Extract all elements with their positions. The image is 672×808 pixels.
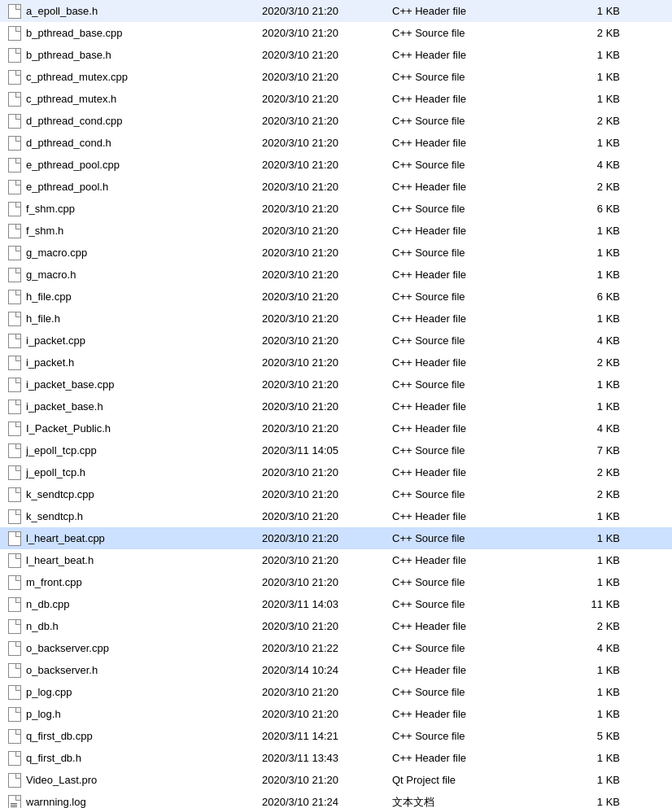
table-row[interactable]: d_pthread_cond.h2020/3/10 21:20C++ Heade…: [0, 132, 672, 154]
file-name: n_db.h: [26, 620, 262, 632]
table-row[interactable]: i_packet.h2020/3/10 21:20C++ Header file…: [0, 352, 672, 373]
file-type: Qt Project file: [392, 774, 555, 786]
file-date: 2020/3/10 21:24: [262, 796, 392, 808]
table-row[interactable]: c_pthread_mutex.cpp2020/3/10 21:20C++ So…: [0, 66, 672, 88]
table-row[interactable]: c_pthread_mutex.h2020/3/10 21:20C++ Head…: [0, 88, 672, 110]
file-list: a_epoll_base.h2020/3/10 21:20C++ Header …: [0, 0, 672, 808]
file-type: C++ Header file: [392, 400, 555, 413]
file-icon: [3, 531, 26, 546]
table-row[interactable]: m_front.cpp2020/3/10 21:20C++ Source fil…: [0, 571, 672, 593]
file-name: m_front.cpp: [26, 576, 262, 588]
table-row[interactable]: h_file.cpp2020/3/10 21:20C++ Source file…: [0, 286, 672, 308]
file-size: 2 KB: [555, 488, 620, 500]
file-size: 7 KB: [555, 444, 620, 456]
file-size: 5 KB: [555, 730, 620, 742]
file-name: warnning.log: [26, 796, 262, 808]
table-row[interactable]: p_log.cpp2020/3/10 21:20C++ Source file1…: [0, 681, 672, 703]
file-date: 2020/3/10 21:20: [262, 510, 392, 522]
table-row[interactable]: h_file.h2020/3/10 21:20C++ Header file1 …: [0, 308, 672, 330]
file-icon: [3, 334, 26, 348]
file-name: o_backserver.cpp: [26, 642, 262, 654]
table-row[interactable]: warnning.log2020/3/10 21:24文本文档1 KB: [0, 791, 672, 808]
file-date: 2020/3/10 21:22: [262, 642, 392, 654]
file-icon: [3, 224, 26, 238]
table-row[interactable]: I_Packet_Public.h2020/3/10 21:20C++ Head…: [0, 417, 672, 439]
file-date: 2020/3/10 21:20: [262, 115, 392, 127]
table-row[interactable]: n_db.cpp2020/3/11 14:03C++ Source file11…: [0, 593, 672, 615]
file-date: 2020/3/10 21:20: [262, 269, 392, 281]
file-type: C++ Header file: [392, 312, 555, 325]
table-row[interactable]: n_db.h2020/3/10 21:20C++ Header file2 KB: [0, 615, 672, 637]
file-type: C++ Source file: [392, 247, 555, 259]
file-date: 2020/3/10 21:20: [262, 159, 392, 171]
table-row[interactable]: q_first_db.cpp2020/3/11 14:21C++ Source …: [0, 725, 672, 747]
file-size: 1 KB: [555, 774, 620, 786]
file-size: 2 KB: [555, 115, 620, 127]
table-row[interactable]: q_first_db.h2020/3/11 13:43C++ Header fi…: [0, 747, 672, 769]
file-icon: [3, 114, 26, 129]
file-icon: [3, 202, 26, 216]
table-row[interactable]: g_macro.cpp2020/3/10 21:20C++ Source fil…: [0, 242, 672, 264]
file-type: C++ Header file: [392, 620, 555, 632]
file-type: C++ Header file: [392, 49, 555, 61]
table-row[interactable]: b_pthread_base.h2020/3/10 21:20C++ Heade…: [0, 44, 672, 66]
file-type: C++ Source file: [392, 598, 555, 610]
table-row[interactable]: b_pthread_base.cpp2020/3/10 21:20C++ Sou…: [0, 22, 672, 44]
file-name: k_sendtcp.cpp: [26, 488, 262, 500]
file-size: 1 KB: [555, 532, 620, 544]
table-row[interactable]: i_packet_base.cpp2020/3/10 21:20C++ Sour…: [0, 373, 672, 395]
file-name: l_heart_beat.cpp: [26, 532, 262, 544]
file-size: 1 KB: [555, 137, 620, 149]
file-name: i_packet.cpp: [26, 334, 262, 347]
file-icon: [3, 509, 26, 524]
table-row[interactable]: p_log.h2020/3/10 21:20C++ Header file1 K…: [0, 703, 672, 725]
file-date: 2020/3/10 21:20: [262, 466, 392, 478]
file-name: c_pthread_mutex.h: [26, 93, 262, 105]
file-size: 1 KB: [555, 247, 620, 259]
table-row[interactable]: g_macro.h2020/3/10 21:20C++ Header file1…: [0, 264, 672, 286]
file-icon: [3, 575, 26, 590]
table-row[interactable]: f_shm.cpp2020/3/10 21:20C++ Source file6…: [0, 198, 672, 220]
file-date: 2020/3/11 14:05: [262, 444, 392, 456]
table-row[interactable]: j_epoll_tcp.h2020/3/10 21:20C++ Header f…: [0, 461, 672, 483]
file-icon: [3, 246, 26, 260]
table-row[interactable]: o_backserver.h2020/3/14 10:24C++ Header …: [0, 659, 672, 681]
file-name: p_log.h: [26, 708, 262, 720]
file-icon: [3, 92, 26, 107]
file-size: 6 KB: [555, 290, 620, 303]
file-date: 2020/3/10 21:20: [262, 488, 392, 500]
table-row[interactable]: o_backserver.cpp2020/3/10 21:22C++ Sourc…: [0, 637, 672, 659]
file-name: h_file.h: [26, 312, 262, 325]
table-row[interactable]: j_epoll_tcp.cpp2020/3/11 14:05C++ Source…: [0, 439, 672, 461]
file-icon: [3, 421, 26, 436]
table-row[interactable]: i_packet_base.h2020/3/10 21:20C++ Header…: [0, 395, 672, 417]
file-icon: [3, 26, 26, 41]
table-row[interactable]: a_epoll_base.h2020/3/10 21:20C++ Header …: [0, 0, 672, 22]
table-row[interactable]: e_pthread_pool.h2020/3/10 21:20C++ Heade…: [0, 176, 672, 198]
file-size: 1 KB: [555, 708, 620, 720]
table-row[interactable]: e_pthread_pool.cpp2020/3/10 21:20C++ Sou…: [0, 154, 672, 176]
table-row[interactable]: l_heart_beat.h2020/3/10 21:20C++ Header …: [0, 549, 672, 571]
table-row[interactable]: d_pthread_cond.cpp2020/3/10 21:20C++ Sou…: [0, 110, 672, 132]
file-date: 2020/3/10 21:20: [262, 290, 392, 303]
file-icon: [3, 4, 26, 19]
file-type: C++ Header file: [392, 356, 555, 369]
file-date: 2020/3/10 21:20: [262, 71, 392, 83]
file-icon: [3, 268, 26, 282]
file-type: C++ Header file: [392, 510, 555, 522]
file-type: C++ Header file: [392, 554, 555, 566]
file-icon: [3, 290, 26, 304]
file-size: 4 KB: [555, 422, 620, 435]
file-date: 2020/3/10 21:20: [262, 5, 392, 17]
file-icon: [3, 729, 26, 744]
table-row[interactable]: k_sendtcp.h2020/3/10 21:20C++ Header fil…: [0, 505, 672, 527]
table-row[interactable]: Video_Last.pro2020/3/10 21:20Qt Project …: [0, 769, 672, 791]
file-date: 2020/3/10 21:20: [262, 181, 392, 193]
file-type: C++ Header file: [392, 225, 555, 237]
file-name: p_log.cpp: [26, 686, 262, 698]
table-row[interactable]: i_packet.cpp2020/3/10 21:20C++ Source fi…: [0, 330, 672, 352]
table-row[interactable]: f_shm.h2020/3/10 21:20C++ Header file1 K…: [0, 220, 672, 242]
table-row[interactable]: k_sendtcp.cpp2020/3/10 21:20C++ Source f…: [0, 483, 672, 505]
file-icon: [3, 751, 26, 766]
table-row[interactable]: l_heart_beat.cpp2020/3/10 21:20C++ Sourc…: [0, 527, 672, 549]
